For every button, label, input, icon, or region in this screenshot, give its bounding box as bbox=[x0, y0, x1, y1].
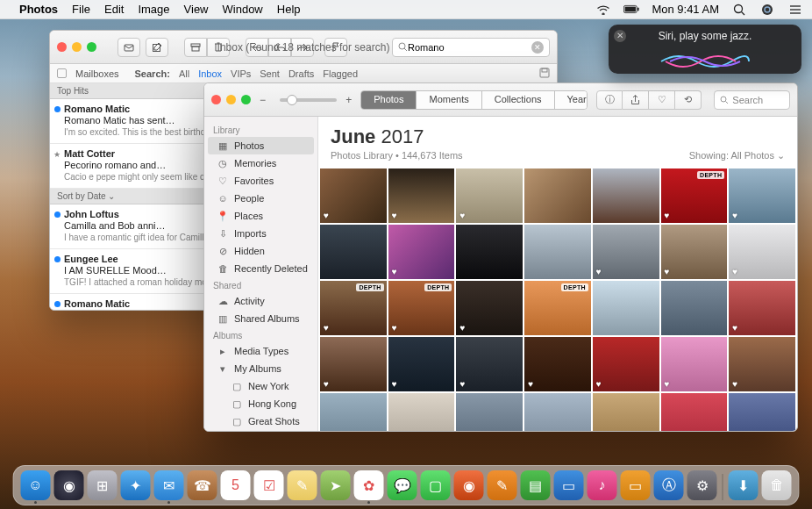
photo-thumbnail[interactable]: ♥ bbox=[320, 337, 387, 391]
photo-thumbnail[interactable]: DEPTH bbox=[524, 281, 591, 335]
filter-sent[interactable]: Sent bbox=[260, 68, 280, 79]
delete-button[interactable] bbox=[207, 38, 230, 57]
photo-thumbnail[interactable]: ♥ bbox=[729, 337, 795, 391]
dock-numbers[interactable]: ▤ bbox=[521, 470, 551, 500]
photo-thumbnail[interactable] bbox=[456, 393, 523, 431]
photo-thumbnail[interactable]: ♥ bbox=[456, 281, 523, 335]
photo-thumbnail[interactable] bbox=[456, 225, 523, 279]
siri-close-button[interactable]: ✕ bbox=[614, 30, 626, 42]
window-zoom-button[interactable] bbox=[87, 42, 96, 52]
dock-notes[interactable]: ✎ bbox=[288, 470, 317, 500]
sidebar-item[interactable]: ▢Hong Kong bbox=[204, 395, 317, 412]
filter-inbox[interactable]: Inbox bbox=[198, 68, 222, 79]
photo-thumbnail[interactable] bbox=[661, 281, 728, 335]
photo-thumbnail[interactable]: ♥ bbox=[661, 225, 728, 279]
window-zoom-button[interactable] bbox=[241, 95, 251, 104]
dock-maps[interactable]: ➤ bbox=[321, 470, 351, 500]
photo-thumbnail[interactable] bbox=[661, 393, 728, 431]
dock-photobooth[interactable]: ◉ bbox=[454, 470, 484, 500]
photos-search-field[interactable]: Search bbox=[714, 90, 790, 110]
photo-thumbnail[interactable] bbox=[524, 393, 591, 431]
flag-button[interactable] bbox=[324, 38, 347, 57]
sidebar-item[interactable]: ⇩Imports bbox=[204, 225, 317, 242]
sidebar-item[interactable]: ▦Photos bbox=[208, 137, 314, 154]
photo-thumbnail[interactable] bbox=[524, 168, 591, 223]
notification-center-icon[interactable] bbox=[787, 3, 803, 17]
photo-thumbnail[interactable] bbox=[593, 393, 659, 431]
sidebar-item[interactable]: ▥Shared Albums bbox=[204, 310, 317, 327]
photo-thumbnail[interactable]: ♥DEPTH bbox=[388, 281, 455, 335]
dock-finder[interactable]: ☺ bbox=[21, 470, 51, 500]
photo-thumbnail[interactable]: ♥ bbox=[593, 225, 659, 279]
dock-itunes[interactable]: ♪ bbox=[588, 470, 617, 500]
sidebar-item[interactable]: ♡Favorites bbox=[204, 172, 317, 190]
sidebar-item[interactable]: ▢Great Shots bbox=[204, 412, 317, 430]
sidebar-item[interactable]: ◷Memories bbox=[204, 154, 317, 172]
tab-photos[interactable]: Photos bbox=[361, 91, 417, 109]
menu-view[interactable]: View bbox=[184, 3, 209, 16]
menu-window[interactable]: Window bbox=[223, 3, 263, 16]
save-search-button[interactable] bbox=[539, 68, 550, 80]
battery-icon[interactable] bbox=[623, 3, 639, 17]
menu-file[interactable]: File bbox=[72, 3, 90, 16]
tab-years[interactable]: Years bbox=[555, 91, 588, 109]
dock-trash[interactable]: 🗑 bbox=[762, 470, 792, 500]
dock-keynote[interactable]: ▭ bbox=[554, 470, 584, 500]
dock-mail[interactable]: ✉ bbox=[154, 470, 184, 500]
reply-button[interactable] bbox=[246, 38, 268, 57]
photo-thumbnail[interactable]: ♥ bbox=[524, 337, 591, 391]
dock-messages[interactable]: 💬 bbox=[388, 470, 417, 500]
spotlight-icon[interactable] bbox=[731, 3, 747, 17]
showing-filter[interactable]: Showing: All Photos ⌄ bbox=[689, 150, 785, 161]
dock-downloads[interactable]: ⬇ bbox=[729, 470, 759, 500]
mailboxes-toggle[interactable] bbox=[57, 68, 67, 78]
photo-thumbnail[interactable] bbox=[593, 281, 659, 335]
sidebar-item[interactable]: ▸Media Types bbox=[204, 342, 317, 360]
photo-thumbnail[interactable]: ♥ bbox=[388, 168, 455, 223]
clear-search-button[interactable]: ✕ bbox=[531, 41, 544, 54]
filter-drafts[interactable]: Drafts bbox=[288, 68, 314, 79]
tab-collections[interactable]: Collections bbox=[482, 91, 555, 109]
window-minimize-button[interactable] bbox=[72, 42, 82, 52]
photo-thumbnail[interactable]: ♥DEPTH bbox=[320, 281, 387, 335]
app-menu[interactable]: Photos bbox=[19, 3, 58, 16]
photo-thumbnail[interactable]: ♥ bbox=[661, 337, 728, 391]
menu-edit[interactable]: Edit bbox=[104, 3, 124, 16]
photo-thumbnail[interactable]: ♥ bbox=[456, 168, 523, 223]
dock-pages[interactable]: ✎ bbox=[488, 470, 517, 500]
forward-button[interactable] bbox=[291, 38, 314, 57]
photo-thumbnail[interactable]: ♥ bbox=[593, 337, 659, 391]
dock-appstore[interactable]: Ⓐ bbox=[654, 470, 684, 500]
slider-knob[interactable] bbox=[287, 95, 297, 105]
get-mail-button[interactable] bbox=[118, 38, 140, 57]
zoom-slider[interactable] bbox=[280, 98, 337, 102]
photo-thumbnail[interactable]: ♥ bbox=[388, 225, 455, 279]
photo-thumbnail[interactable] bbox=[729, 393, 795, 431]
menu-image[interactable]: Image bbox=[138, 3, 169, 16]
menubar-clock[interactable]: Mon 9:41 AM bbox=[652, 3, 719, 16]
sidebar-item[interactable]: ☁Activity bbox=[204, 292, 317, 310]
dock-calendar[interactable]: 5 bbox=[221, 470, 251, 500]
photo-thumbnail[interactable]: ♥ bbox=[320, 168, 387, 223]
dock-facetime[interactable]: ▢ bbox=[421, 470, 451, 500]
photo-thumbnail[interactable]: ♥ bbox=[456, 337, 523, 391]
archive-button[interactable] bbox=[184, 38, 207, 57]
filter-flagged[interactable]: Flagged bbox=[323, 68, 358, 79]
wifi-icon[interactable] bbox=[595, 3, 611, 17]
sidebar-item[interactable]: 🗑Recently Deleted bbox=[204, 260, 317, 277]
photo-thumbnail[interactable]: ♥DEPTH bbox=[661, 168, 728, 223]
photo-thumbnail[interactable] bbox=[388, 393, 455, 431]
window-minimize-button[interactable] bbox=[226, 95, 236, 104]
dock-siri[interactable]: ◉ bbox=[54, 470, 84, 500]
window-close-button[interactable] bbox=[57, 42, 67, 52]
mail-search-field[interactable]: ✕ bbox=[392, 38, 550, 57]
photo-thumbnail[interactable] bbox=[593, 168, 659, 223]
dock-ibooks[interactable]: ▭ bbox=[621, 470, 651, 500]
photo-thumbnail[interactable]: ♥ bbox=[729, 168, 795, 223]
sidebar-item[interactable]: ⊘Hidden bbox=[204, 242, 317, 260]
dock-preferences[interactable]: ⚙ bbox=[687, 470, 717, 500]
sidebar-item[interactable]: ▢Edit Examples bbox=[204, 430, 317, 431]
dock-launchpad[interactable]: ⊞ bbox=[88, 470, 118, 500]
tab-moments[interactable]: Moments bbox=[417, 91, 481, 109]
favorite-button[interactable]: ♡ bbox=[649, 90, 675, 110]
